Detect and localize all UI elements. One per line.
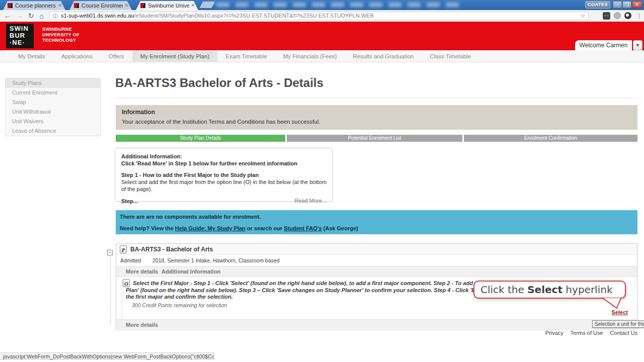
information-box: Information Your acceptance of the Insti… (116, 105, 637, 130)
logo-line: ·NE· (10, 39, 34, 46)
sidebar-item-unit-withdrawal[interactable]: Unit Withdrawal (6, 107, 100, 117)
more-details-bottom-link[interactable]: More details (126, 322, 158, 328)
plan-bottom-row: More details (116, 319, 637, 330)
tab-close-icon[interactable]: ✕ (58, 3, 62, 8)
credit-points-remaining: 300 Credit Points remaining for selectio… (132, 302, 227, 308)
minimize-button[interactable]: – (613, 1, 622, 8)
page-info-icon[interactable]: ⓘ (53, 12, 58, 20)
callout-prefix: Click the (480, 284, 527, 296)
help-guide-link[interactable]: Help Guide: My Study Plan (175, 225, 246, 231)
read-more-link[interactable]: Read More... (294, 198, 327, 205)
step1-body: Select and add the first major from the … (121, 178, 327, 193)
status-bar: javascript:WebForm_DoPostBackWithOptions… (0, 352, 214, 360)
nav-class-timetable[interactable]: Class Timetable (422, 50, 479, 62)
sidebar-item-current-enrolment[interactable]: Current Enrolment (6, 88, 100, 98)
browser-menu-icon[interactable]: ⋮ (636, 11, 642, 21)
progress-steps: Study Plan Details Potential Enrolment L… (116, 135, 637, 142)
notice-help-prefix: Need help? View the (120, 225, 175, 231)
sidebar-item-swap[interactable]: Swap (6, 98, 100, 107)
extension-icon[interactable]: ⋯ (603, 12, 610, 20)
student-faqs-link[interactable]: Student FAQ's (284, 225, 321, 231)
close-button[interactable]: ✕ (632, 1, 642, 8)
org-line: TECHNOLOGY (42, 38, 79, 43)
swinburne-favicon-icon (140, 3, 145, 8)
sidebar-item-unit-waivers[interactable]: Unit Waivers (6, 117, 100, 126)
sidebar-item-leave-of-absence[interactable]: Leave of Absence (6, 126, 100, 136)
step-teaser: Step... (121, 198, 138, 205)
brand-header: SWiN BUR ·NE· SWINBURNE UNIVERSITY OF TE… (0, 22, 644, 50)
minimize-icon: – (616, 2, 618, 7)
logo-line: BUR (10, 32, 34, 39)
new-tab-button[interactable] (200, 2, 215, 8)
nav-my-financials[interactable]: My Financials (Fees) (275, 50, 345, 62)
sidebar-item-study-plans[interactable]: Study Plans (6, 78, 100, 88)
browser-tab-1[interactable]: Course planners ✕ (3, 1, 65, 10)
org-line: UNIVERSITY OF (42, 32, 79, 38)
home-icon[interactable]: ⌂ (39, 10, 44, 22)
swinburne-favicon-icon (74, 3, 79, 8)
sidebar: Study Plans Current Enrolment Swap Unit … (5, 78, 101, 136)
tab-close-icon[interactable]: ✕ (125, 3, 129, 8)
plan-status: Admitted (120, 257, 141, 263)
callout-suffix: hyperlink (562, 284, 612, 296)
swinburne-logo: SWiN BUR ·NE· (6, 24, 34, 48)
user-menu-button[interactable]: ▼ (633, 40, 642, 50)
plan-admitted-row: Admitted 2018, Semester 1 Intake, Hawtho… (116, 255, 637, 266)
nav-my-enrolment[interactable]: My Enrolment (Study Plan) (132, 50, 217, 62)
plan-links-row: More details Additional Information (116, 266, 637, 277)
nav-my-details[interactable]: My Details (10, 50, 53, 62)
page-title: BA-ARTS3 Bachelor of Arts - Details (115, 76, 324, 90)
chevron-down-icon: ▼ (635, 43, 640, 48)
url-bar[interactable]: ⓘ s1-sup-web01.ds.swin.edu.au/eStudent/S… (49, 12, 589, 20)
contact-link[interactable]: Contact Us (610, 330, 637, 336)
nav-applications[interactable]: Applications (53, 50, 101, 62)
tab-title: Course planners (15, 3, 56, 9)
plan-title: BA-ARTS3 - Bachelor of Arts (130, 246, 213, 253)
extension-icon[interactable] (624, 12, 631, 19)
step-study-plan-details[interactable]: Study Plan Details (116, 135, 285, 142)
step1-title: Step 1 - How to add the First Major to t… (121, 171, 327, 178)
terms-link[interactable]: Terms of Use (571, 330, 603, 336)
url-host: s1-sup-web01.ds.swin.edu.au (61, 13, 134, 19)
nav-results-graduation[interactable]: Results and Graduation (345, 50, 422, 62)
privacy-link[interactable]: Privacy (545, 330, 564, 336)
tab-close-icon[interactable]: ✕ (191, 3, 195, 8)
notice-line1: There are are no components available fo… (120, 214, 637, 220)
titlebar-user-badge: COATES (585, 1, 610, 9)
restore-button[interactable]: ❐ (622, 1, 631, 8)
restore-icon: ❐ (625, 2, 629, 7)
titlebar-redacted-text (216, 3, 463, 7)
information-title: Information (116, 105, 637, 116)
notice-help-suffix: (Ask George) (322, 225, 358, 231)
reload-icon[interactable]: ↻ (28, 10, 34, 22)
extension-icon[interactable] (614, 12, 621, 19)
nav-exam-timetable[interactable]: Exam Timetable (217, 50, 275, 62)
select-tooltip: Selection a unit for this line. (592, 320, 644, 328)
program-badge-icon: P (120, 245, 127, 253)
org-name: SWINBURNE UNIVERSITY OF TECHNOLOGY (42, 27, 79, 43)
nav-offers[interactable]: Offers (101, 50, 132, 62)
close-icon: ✕ (635, 2, 639, 7)
org-line: SWINBURNE (42, 27, 79, 32)
swinburne-favicon-icon (8, 3, 13, 8)
browser-toolbar: ← → ↻ ⌂ ⓘ s1-sup-web01.ds.swin.edu.au/eS… (0, 10, 644, 22)
additional-information-link[interactable]: Additional Information (162, 268, 220, 275)
more-details-link[interactable]: More details (126, 268, 158, 275)
browser-tab-3-active[interactable]: Swinburne University of ✕ (136, 1, 198, 10)
forward-icon[interactable]: → (16, 10, 23, 22)
url-path: /eStudent/SM/StudyPlanDtls10.aspx?r=%23S… (134, 13, 374, 19)
step-enrolment-confirmation[interactable]: Enrolment Confirmation (464, 135, 637, 142)
notice-help-mid: or search our (246, 225, 284, 231)
logo-line: SWiN (10, 25, 34, 32)
tree-connector (110, 257, 111, 324)
select-link[interactable]: Select (612, 309, 628, 315)
step-potential-enrolment-list[interactable]: Potential Enrolment List (287, 135, 462, 142)
window-titlebar: Course planners ✕ Course Enrolment Plann… (0, 0, 644, 10)
collapse-toggle[interactable]: − (107, 250, 113, 255)
footer-links: Privacy Terms of Use Contact Us (545, 330, 637, 336)
notice-banner: There are are no components available fo… (116, 210, 637, 234)
browser-tab-2[interactable]: Course Enrolment Plann ✕ (69, 1, 132, 10)
additional-info-heading: Additional Information: (121, 153, 327, 160)
back-icon[interactable]: ← (4, 10, 11, 22)
bookmark-star-icon[interactable]: ☆ (580, 12, 585, 20)
